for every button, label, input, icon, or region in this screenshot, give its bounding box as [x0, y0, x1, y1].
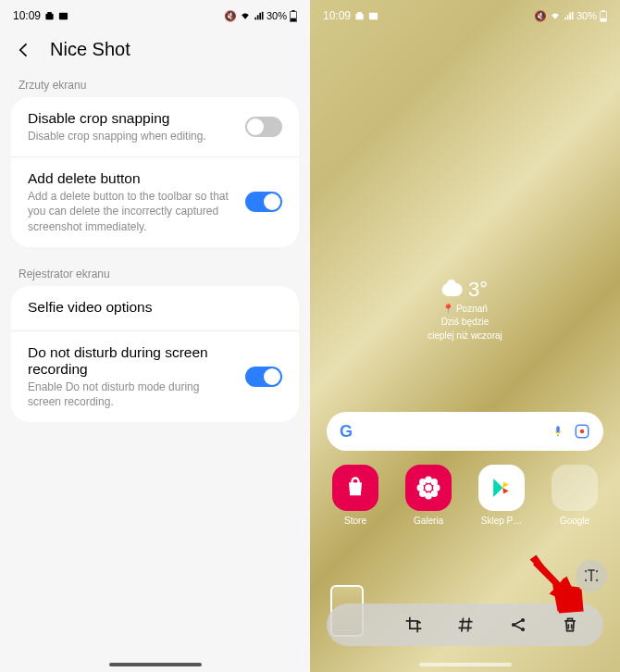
app-row: Store Galeria Sklep P… Google [327, 465, 603, 526]
item-subtitle: Enable Do not disturb mode during screen… [28, 380, 232, 409]
battery-icon [600, 10, 607, 22]
notif-icons [44, 11, 55, 21]
toggle-switch[interactable] [245, 367, 282, 387]
mute-icon: 🔇 [224, 10, 237, 22]
clock: 10:09 [323, 9, 351, 22]
status-bar: 10:09 🔇 30% [310, 0, 620, 26]
settings-group: Selfie video options Do not disturb duri… [11, 286, 299, 422]
notif-icons [354, 11, 365, 21]
setting-disable-crop[interactable]: Disable crop snapping Disable crop snapp… [11, 97, 299, 156]
settings-group: Disable crop snapping Disable crop snapp… [11, 97, 299, 247]
settings-screen: 10:09 🔇 30% Nice Shot Zrzuty ekranu Disa… [0, 0, 310, 672]
svg-rect-2 [59, 12, 68, 19]
app-folder-google[interactable]: Google [546, 465, 603, 526]
svg-rect-10 [602, 10, 605, 11]
setting-dnd-recording[interactable]: Do not disturb during screen recording E… [11, 330, 299, 422]
weather-widget[interactable]: 3° 📍 Poznań Dziś będzie cieplej niż wczo… [428, 278, 502, 342]
notif-icons-2 [58, 11, 68, 21]
svg-rect-1 [47, 11, 52, 14]
svg-rect-8 [369, 12, 378, 19]
battery-text: 30% [267, 10, 287, 21]
signal-icon [564, 11, 574, 20]
search-bar[interactable]: G [327, 412, 603, 451]
cloud-icon [442, 283, 463, 296]
item-title: Disable crop snapping [28, 110, 232, 127]
battery-icon [290, 10, 297, 22]
location: 📍 Poznań [428, 304, 502, 314]
app-label: Store [344, 516, 366, 526]
home-indicator[interactable] [419, 663, 512, 666]
battery-text: 30% [577, 10, 597, 21]
signal-icon [254, 11, 264, 20]
gallery-icon [405, 465, 452, 511]
svg-point-14 [425, 484, 432, 492]
weather-text-1: Dziś będzie [428, 316, 502, 328]
home-screen: 10:09 🔇 30% 3° 📍 Poznań Dziś będzie ciep… [310, 0, 620, 672]
section-label: Zrzuty ekranu [0, 79, 310, 97]
notif-icons-2 [368, 11, 378, 21]
setting-selfie-video[interactable]: Selfie video options [11, 286, 299, 330]
svg-rect-4 [292, 10, 295, 11]
back-icon[interactable] [15, 41, 33, 59]
svg-rect-7 [357, 11, 362, 14]
svg-point-19 [419, 479, 427, 486]
crop-icon[interactable] [400, 611, 428, 639]
play-icon [478, 465, 525, 511]
item-subtitle: Add a delete button to the toolbar so th… [28, 189, 232, 234]
section-label: Rejestrator ekranu [0, 268, 310, 286]
svg-rect-0 [45, 13, 53, 19]
toggle-switch[interactable] [245, 192, 282, 212]
text-extract-button[interactable] [576, 560, 607, 591]
item-title: Selfie video options [28, 299, 282, 316]
weather-text-2: cieplej niż wczoraj [428, 330, 502, 342]
item-title: Do not disturb during screen recording [28, 344, 232, 378]
app-store[interactable]: Store [327, 465, 384, 526]
app-label: Sklep P… [481, 516, 522, 526]
app-gallery[interactable]: Galeria [400, 465, 457, 526]
clock: 10:09 [13, 9, 41, 22]
header: Nice Shot [0, 26, 310, 79]
wifi-icon [550, 11, 561, 20]
svg-point-22 [431, 491, 439, 498]
share-icon[interactable] [504, 611, 532, 639]
hashtag-icon[interactable] [452, 611, 479, 639]
setting-add-delete[interactable]: Add delete button Add a delete button to… [11, 156, 299, 247]
screenshot-toolbar [327, 604, 603, 646]
lens-icon[interactable] [574, 423, 590, 440]
google-logo: G [340, 422, 353, 442]
page-title: Nice Shot [50, 39, 130, 60]
status-bar: 10:09 🔇 30% [0, 0, 310, 26]
store-icon [332, 465, 378, 511]
app-play-store[interactable]: Sklep P… [473, 465, 530, 526]
folder-icon [552, 465, 598, 511]
svg-point-13 [580, 429, 585, 434]
app-label: Galeria [414, 516, 443, 526]
item-title: Add delete button [28, 170, 232, 187]
svg-rect-6 [355, 13, 363, 19]
svg-rect-11 [601, 18, 606, 21]
home-indicator[interactable] [109, 663, 202, 666]
app-label: Google [560, 516, 589, 526]
delete-icon[interactable] [556, 611, 584, 639]
mic-icon[interactable] [552, 423, 564, 440]
svg-point-21 [419, 491, 427, 498]
toggle-switch[interactable] [245, 117, 282, 137]
item-subtitle: Disable crop snapping when editing. [28, 129, 232, 143]
temperature: 3° [468, 278, 488, 302]
svg-rect-5 [291, 18, 296, 21]
wifi-icon [240, 11, 251, 20]
mute-icon: 🔇 [534, 10, 547, 22]
svg-point-20 [431, 479, 439, 486]
